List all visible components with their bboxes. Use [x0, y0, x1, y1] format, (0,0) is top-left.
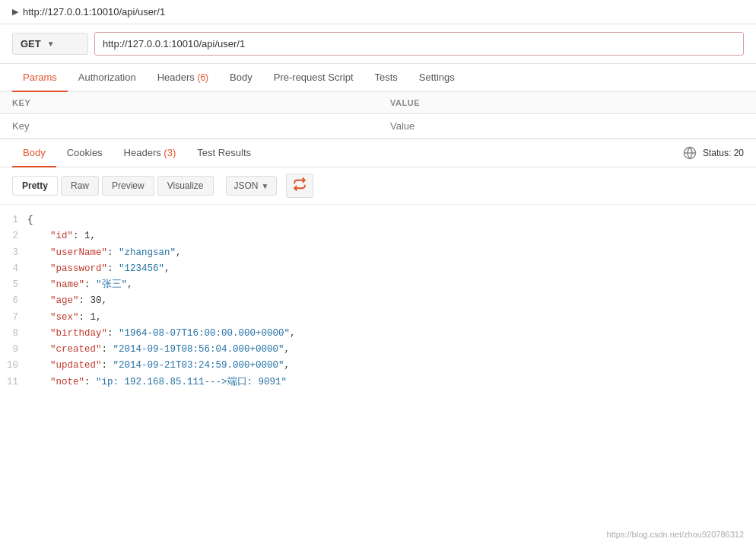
chevron-down-icon: ▼: [47, 40, 55, 48]
line-number: 10: [0, 358, 27, 374]
tab-params-label: Params: [23, 72, 57, 83]
line-content: "password": "123456",: [27, 261, 756, 277]
tab-prerequest-label: Pre-request Script: [274, 72, 354, 83]
tab-tests-label: Tests: [375, 72, 398, 83]
line-content: "age": 30,: [27, 293, 756, 309]
response-tab-test-results[interactable]: Test Results: [186, 139, 262, 167]
json-format-dropdown[interactable]: JSON ▼: [226, 176, 278, 196]
request-tabs-row: Params Authorization Headers (6) Body Pr…: [0, 64, 756, 92]
response-tab-body[interactable]: Body: [12, 139, 56, 167]
visualize-button[interactable]: Visualize: [157, 176, 214, 196]
tab-tests[interactable]: Tests: [364, 64, 408, 92]
line-number: 9: [0, 342, 27, 358]
table-row: [0, 114, 756, 139]
globe-icon: [683, 146, 697, 160]
json-line-3: 3 "userName": "zhangsan",: [0, 245, 756, 261]
line-content: "birthday": "1964-08-07T16:00:00.000+000…: [27, 326, 756, 342]
pretty-button[interactable]: Pretty: [12, 176, 58, 196]
line-number: 3: [0, 245, 27, 261]
json-line-11: 11 "note": "ip: 192.168.85.111--->端口: 90…: [0, 374, 756, 390]
response-tab-headers[interactable]: Headers (3): [113, 139, 187, 167]
col-key-header: KEY: [0, 92, 378, 114]
line-number: 1: [0, 212, 27, 228]
url-input[interactable]: [94, 32, 744, 56]
json-format-label: JSON: [234, 180, 259, 191]
response-tabs-row: Body Cookies Headers (3) Test Results St…: [0, 139, 756, 167]
line-number: 5: [0, 277, 27, 293]
watermark-text: https://blog.csdn.net/zhou920786312: [607, 530, 744, 539]
wrap-button[interactable]: [286, 174, 313, 198]
breadcrumb-bar: ▶ http://127.0.0.1:10010/api/user/1: [0, 0, 756, 24]
line-number: 4: [0, 261, 27, 277]
headers-badge: (6): [197, 72, 208, 83]
tab-authorization-label: Authorization: [78, 72, 136, 83]
key-cell: [0, 114, 378, 139]
json-dropdown-arrow-icon: ▼: [262, 182, 269, 190]
line-number: 7: [0, 310, 27, 326]
response-tab-body-label: Body: [23, 147, 46, 158]
status-text: Status: 20: [703, 148, 744, 158]
line-content: "note": "ip: 192.168.85.111--->端口: 9091": [27, 374, 756, 390]
json-line-6: 6 "age": 30,: [0, 293, 756, 309]
breadcrumb-url: http://127.0.0.1:10010/api/user/1: [23, 6, 165, 18]
json-line-8: 8 "birthday": "1964-08-07T16:00:00.000+0…: [0, 326, 756, 342]
json-line-10: 10 "updated": "2014-09-21T03:24:59.000+0…: [0, 358, 756, 374]
tab-headers[interactable]: Headers (6): [147, 64, 219, 92]
tab-body-label: Body: [230, 72, 253, 83]
line-number: 6: [0, 293, 27, 309]
response-tab-cookies[interactable]: Cookies: [56, 139, 113, 167]
json-body-area: 1 { 2 "id": 1, 3 "userName": "zhangsan",…: [0, 205, 756, 398]
format-toolbar: Pretty Raw Preview Visualize JSON ▼: [0, 167, 756, 205]
tab-settings-label: Settings: [419, 72, 455, 83]
tab-headers-label: Headers: [157, 72, 198, 83]
line-content: "created": "2014-09-19T08:56:04.000+0000…: [27, 342, 756, 358]
line-number: 2: [0, 228, 27, 244]
wrap-icon: [293, 177, 307, 191]
json-line-9: 9 "created": "2014-09-19T08:56:04.000+00…: [0, 342, 756, 358]
response-headers-badge: (3): [164, 147, 176, 158]
tab-authorization[interactable]: Authorization: [68, 64, 147, 92]
tab-body[interactable]: Body: [219, 64, 263, 92]
response-status-area: Status: 20: [683, 146, 744, 160]
line-content: "name": "张三",: [27, 277, 756, 293]
line-content: {: [27, 212, 756, 228]
tab-params[interactable]: Params: [12, 64, 68, 92]
tab-settings[interactable]: Settings: [408, 64, 465, 92]
response-tab-cookies-label: Cookies: [67, 147, 103, 158]
preview-button[interactable]: Preview: [102, 176, 154, 196]
json-line-4: 4 "password": "123456",: [0, 261, 756, 277]
method-dropdown[interactable]: GET ▼: [12, 33, 88, 55]
line-content: "id": 1,: [27, 228, 756, 244]
request-row: GET ▼: [0, 24, 756, 64]
response-tab-headers-label: Headers: [124, 147, 164, 158]
response-tab-test-results-label: Test Results: [197, 147, 251, 158]
col-val-header: VALUE: [378, 92, 756, 114]
raw-button[interactable]: Raw: [61, 176, 99, 196]
tab-prerequest[interactable]: Pre-request Script: [263, 64, 364, 92]
value-input[interactable]: [390, 120, 744, 132]
params-table: KEY VALUE: [0, 92, 756, 139]
line-content: "sex": 1,: [27, 310, 756, 326]
key-input[interactable]: [12, 120, 366, 132]
json-line-2: 2 "id": 1,: [0, 228, 756, 244]
json-line-1: 1 {: [0, 212, 756, 228]
response-section: Body Cookies Headers (3) Test Results St…: [0, 139, 756, 398]
method-label: GET: [21, 38, 41, 49]
line-content: "userName": "zhangsan",: [27, 245, 756, 261]
breadcrumb-arrow-icon: ▶: [12, 7, 18, 17]
line-content: "updated": "2014-09-21T03:24:59.000+0000…: [27, 358, 756, 374]
main-container: ▶ http://127.0.0.1:10010/api/user/1 GET …: [0, 0, 756, 545]
line-number: 11: [0, 374, 27, 390]
json-line-5: 5 "name": "张三",: [0, 277, 756, 293]
json-line-7: 7 "sex": 1,: [0, 310, 756, 326]
url-input-container: [94, 32, 744, 56]
line-number: 8: [0, 326, 27, 342]
val-cell: [378, 114, 756, 139]
